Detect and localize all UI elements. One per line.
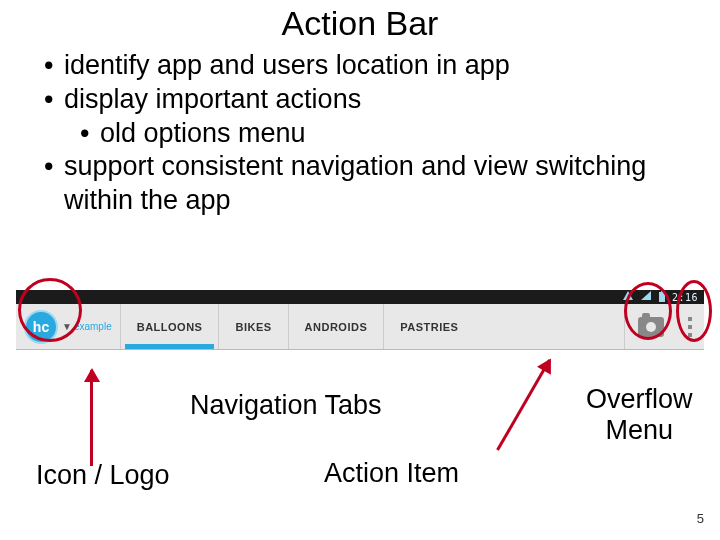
tab-bikes[interactable]: BIKES <box>218 304 287 349</box>
bullet-2-sub: old options menu <box>80 117 720 151</box>
tab-pastries[interactable]: PASTRIES <box>383 304 474 349</box>
bullet-2: display important actions <box>44 83 720 117</box>
annotation-circle-overflow <box>676 280 712 342</box>
action-bar-screenshot: 2:16 hc ▼ example BALLOONS BIKES ANDROID… <box>16 290 704 350</box>
bullet-1: identify app and users location in app <box>44 49 720 83</box>
slide-title: Action Bar <box>0 4 720 43</box>
android-status-bar: 2:16 <box>16 290 704 304</box>
bullet-3: support consistent navigation and view s… <box>44 150 720 218</box>
app-title: example <box>74 321 112 332</box>
annotation-arrow-logo <box>90 370 93 466</box>
label-action-item: Action Item <box>324 458 459 489</box>
page-number: 5 <box>697 511 704 526</box>
annotation-arrow-action <box>496 359 551 451</box>
tab-balloons[interactable]: BALLOONS <box>120 304 219 349</box>
bullet-list: identify app and users location in app d… <box>44 49 720 218</box>
nav-tabs: BALLOONS BIKES ANDROIDS PASTRIES <box>120 304 475 349</box>
annotation-circle-logo <box>18 278 82 342</box>
tab-androids[interactable]: ANDROIDS <box>288 304 384 349</box>
label-icon-logo: Icon / Logo <box>36 460 170 491</box>
label-navigation-tabs: Navigation Tabs <box>190 390 382 421</box>
annotation-circle-action-item <box>624 282 672 340</box>
label-overflow-menu: Overflow Menu <box>586 384 693 446</box>
action-bar: hc ▼ example BALLOONS BIKES ANDROIDS PAS… <box>16 304 704 350</box>
